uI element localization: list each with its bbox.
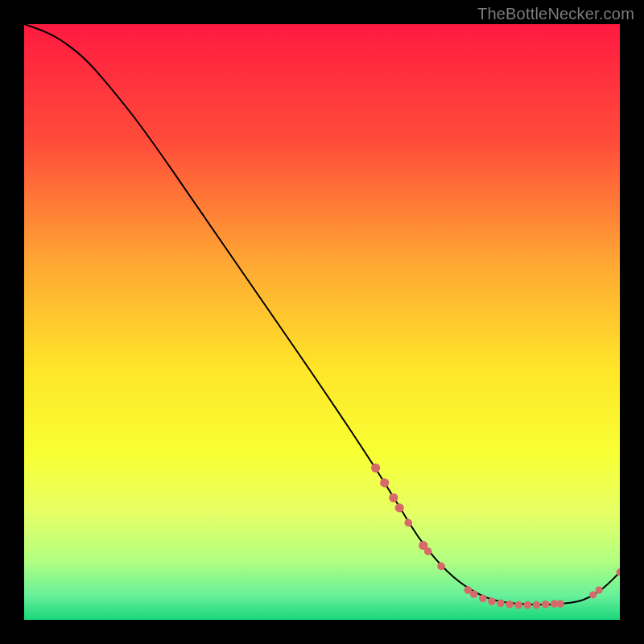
chart-background bbox=[24, 24, 620, 620]
watermark-text: TheBottleNecker.com bbox=[477, 5, 634, 23]
data-point-marker bbox=[380, 478, 389, 487]
data-point-marker bbox=[542, 601, 550, 609]
data-point-marker bbox=[589, 591, 597, 598]
data-point-marker bbox=[556, 600, 564, 608]
data-point-marker bbox=[389, 493, 398, 502]
chart-plot-area bbox=[24, 24, 620, 620]
data-point-marker bbox=[524, 601, 532, 609]
data-point-marker bbox=[424, 547, 432, 555]
data-point-marker bbox=[514, 601, 522, 609]
data-point-marker bbox=[437, 563, 445, 571]
data-point-marker bbox=[506, 601, 514, 609]
data-point-marker bbox=[488, 597, 496, 605]
chart-stage: TheBottleNecker.com bbox=[0, 0, 644, 644]
data-point-marker bbox=[497, 599, 505, 607]
data-point-marker bbox=[371, 464, 380, 473]
data-point-marker bbox=[470, 590, 478, 598]
chart-svg bbox=[24, 24, 620, 620]
data-point-marker bbox=[596, 587, 603, 594]
data-point-marker bbox=[533, 601, 541, 609]
data-point-marker bbox=[479, 595, 487, 603]
data-point-marker bbox=[395, 503, 404, 512]
data-point-marker bbox=[405, 519, 413, 527]
